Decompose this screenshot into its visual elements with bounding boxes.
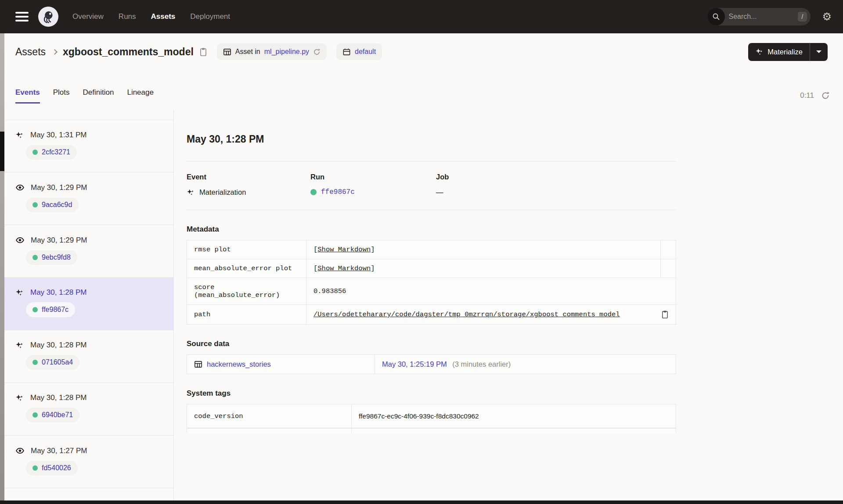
observation-eye-icon	[15, 446, 25, 455]
table-row: mean_absolute_error plot [Show Markdown]	[187, 259, 676, 278]
job-label: Job	[436, 173, 676, 181]
event-list-item[interactable]: May 30, 1:29 PM 9aca6c9d	[4, 172, 173, 225]
clipped-table-row	[187, 428, 676, 433]
run-status-dot	[32, 202, 38, 207]
breadcrumb-assets-link[interactable]: Assets	[15, 46, 46, 58]
source-data-title: Source data	[187, 340, 676, 348]
event-list-item[interactable]: May 30, 1:28 PM 6940be71	[4, 383, 173, 436]
search-box[interactable]: /	[707, 8, 811, 25]
event-list-item[interactable]: May 30, 1:29 PM 9ebc9fd8	[4, 225, 173, 278]
asset-location-badge: Asset in ml_pipeline.py	[217, 43, 327, 60]
table-row: hackernews_stories May 30, 1:25:19 PM (3…	[187, 355, 676, 374]
show-markdown-link[interactable]: [Show Markdown]	[313, 265, 375, 272]
source-time-link[interactable]: May 30, 1:25:19 PM	[382, 360, 447, 368]
job-value: —	[436, 188, 443, 197]
run-status-dot	[32, 150, 38, 155]
event-list-item[interactable]: May 30, 1:27 PM fd540026	[4, 436, 173, 488]
metadata-table: rmse plot [Show Markdown] mean_absolute_…	[187, 240, 676, 325]
table-row: code_version ffe9867c-ec9c-4f06-939c-f8d…	[187, 404, 676, 428]
event-list-item-selected[interactable]: May 30, 1:28 PM ffe9867c	[4, 278, 173, 330]
run-link-pill[interactable]: 2cfc3271	[26, 145, 77, 160]
event-heading: May 30, 1:28 PM	[187, 133, 676, 145]
materialization-sparkle-icon	[15, 131, 24, 139]
asset-in-label: Asset in	[235, 48, 260, 56]
event-type-value: Materialization	[199, 188, 246, 197]
materialize-split-button: Materialize	[748, 43, 828, 61]
metadata-key: rmse plot	[187, 240, 306, 259]
tab-lineage[interactable]: Lineage	[127, 88, 154, 104]
event-list-item[interactable]: May 30, 1:28 PM 071605a4	[4, 330, 173, 383]
run-link-pill[interactable]: 9ebc9fd8	[26, 250, 77, 265]
show-markdown-link[interactable]: [Show Markdown]	[313, 246, 375, 254]
primary-nav: Overview Runs Assets Deployment	[72, 12, 230, 21]
run-status-dot	[32, 255, 38, 260]
materialization-sparkle-icon	[15, 288, 24, 297]
repository-badge[interactable]: default	[336, 43, 382, 60]
menu-icon[interactable]	[15, 12, 29, 21]
materialization-sparkle-icon	[15, 341, 24, 350]
run-status-dot	[32, 360, 38, 365]
search-input[interactable]	[725, 13, 778, 21]
table-row: path /Users/odetteharary/code/dagster/tm…	[187, 305, 676, 325]
source-data-table: hackernews_stories May 30, 1:25:19 PM (3…	[187, 354, 676, 374]
row-end-cell	[661, 259, 676, 278]
settings-gear-icon[interactable]: ⚙	[822, 11, 832, 22]
materialize-options-button[interactable]	[810, 43, 828, 61]
run-link-pill[interactable]: 9aca6c9d	[26, 197, 79, 212]
source-time-note: (3 minutes earlier)	[452, 360, 511, 368]
nav-overview[interactable]: Overview	[72, 12, 104, 21]
background-bottom-edge	[0, 500, 843, 504]
background-window-sliver	[0, 33, 4, 504]
observation-eye-icon	[15, 183, 25, 192]
run-link-pill[interactable]: 071605a4	[26, 355, 79, 370]
event-list-item[interactable]: May 30, 1:31 PM 2cfc3271	[4, 120, 173, 172]
run-link-pill[interactable]: 6940be71	[26, 407, 79, 422]
system-tags-title: System tags	[187, 389, 676, 398]
tab-events[interactable]: Events	[15, 88, 40, 104]
run-status-dot	[32, 412, 38, 418]
system-tag-key: code_version	[187, 404, 352, 428]
run-status-dot	[310, 189, 317, 195]
search-icon	[707, 8, 725, 25]
source-asset-link[interactable]: hackernews_stories	[207, 360, 271, 368]
event-label: Event	[187, 173, 310, 181]
tabs-bar: Events Plots Definition Lineage 0:11	[0, 70, 843, 110]
materialization-sparkle-icon	[187, 188, 195, 197]
run-link-pill[interactable]: fd540026	[26, 461, 78, 475]
storage-path-link[interactable]: /Users/odetteharary/code/dagster/tmp_0mz…	[313, 311, 620, 318]
refresh-countdown: 0:11	[800, 91, 814, 100]
table-row: score (mean_absolute_error) 0.983856	[187, 278, 676, 305]
row-end-cell	[661, 240, 676, 259]
reload-file-icon[interactable]	[313, 48, 321, 56]
search-shortcut-key: /	[798, 12, 807, 21]
run-status-dot	[32, 307, 38, 312]
copy-asset-name-icon[interactable]	[199, 47, 207, 57]
nav-assets[interactable]: Assets	[151, 12, 176, 21]
metadata-key: mean_absolute_error plot	[187, 259, 306, 278]
nav-deployment[interactable]: Deployment	[190, 12, 230, 21]
system-tag-value: ffe9867c-ec9c-4f06-939c-f8dc830c0962	[352, 404, 676, 428]
run-status-dot	[32, 465, 38, 471]
run-id-link[interactable]: ffe9867c	[321, 188, 355, 196]
metadata-value: 0.983856	[306, 278, 676, 305]
run-label: Run	[310, 173, 436, 181]
metadata-title: Metadata	[187, 225, 676, 234]
copy-path-icon[interactable]	[661, 310, 669, 319]
run-link-pill[interactable]: ffe9867c	[26, 302, 75, 317]
sparkle-icon	[755, 48, 764, 56]
table-icon	[223, 48, 231, 56]
repo-default-label: default	[355, 48, 376, 56]
refresh-icon[interactable]	[821, 91, 830, 100]
chevron-down-icon	[816, 50, 821, 53]
pipeline-file-link[interactable]: ml_pipeline.py	[264, 48, 309, 56]
title-bar: Assets xgboost_comments_model Asset in m…	[0, 33, 843, 70]
observation-eye-icon	[15, 236, 25, 245]
materialize-button[interactable]: Materialize	[748, 43, 810, 61]
system-tags-table: code_version ffe9867c-ec9c-4f06-939c-f8d…	[187, 404, 676, 428]
nav-runs[interactable]: Runs	[119, 12, 136, 21]
table-icon	[194, 360, 202, 368]
tab-definition[interactable]: Definition	[83, 88, 114, 104]
tab-plots[interactable]: Plots	[53, 88, 70, 104]
dagster-logo-icon[interactable]	[38, 7, 58, 27]
top-nav: Overview Runs Assets Deployment / ⚙	[0, 0, 843, 33]
